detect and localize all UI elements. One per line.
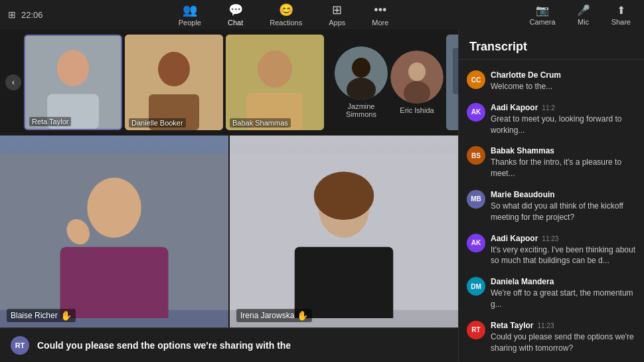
- nav-people[interactable]: 👥 People: [173, 0, 206, 29]
- daniela-avatar: DM: [467, 277, 485, 296]
- babak-video: [226, 35, 324, 130]
- irena-name-text: Irena Jarowska: [240, 311, 294, 320]
- blaise-label: Blaise Richer ✋: [7, 309, 76, 322]
- blaise-video-feed: [0, 145, 228, 318]
- svg-rect-25: [295, 246, 393, 317]
- danielle-video: [125, 35, 223, 130]
- nav-apps[interactable]: ⊞ Apps: [323, 0, 351, 29]
- reta-msg-name: Reta Taylor: [491, 321, 533, 330]
- jazmine-name: Jazmine Simmons: [335, 102, 388, 118]
- aadi1-time: 11:2: [542, 104, 554, 112]
- bottom-bar: RT Could you please send the options we'…: [0, 327, 458, 362]
- aadi2-time: 11:23: [542, 235, 558, 242]
- blaise-hand-icon: ✋: [60, 310, 72, 321]
- nav-chat[interactable]: 💬 Chat: [222, 0, 248, 29]
- mic-label: Mic: [578, 18, 589, 26]
- marie-avatar: MB: [467, 190, 485, 209]
- aadi1-text: Great to meet you, looking forward to wo…: [491, 114, 636, 136]
- reta-video: [25, 35, 121, 130]
- svg-point-19: [87, 177, 141, 238]
- nav-more[interactable]: ••• More: [366, 1, 394, 29]
- charlotte-avatar: CC: [467, 70, 485, 89]
- reta-content: Reta Taylor 11:23 Could you please send …: [491, 321, 636, 354]
- svg-point-7: [258, 50, 292, 88]
- share-label: Share: [611, 18, 631, 26]
- transcript-msg-babak: BS Babak Shammas Thanks for the intro, i…: [459, 141, 644, 185]
- participant-babak[interactable]: Babak Shammas: [226, 35, 324, 130]
- top-bar: ⊞ 22:06 👥 People 💬 Chat 😊 Reactions ⊞ Ap…: [0, 0, 644, 29]
- top-bar-actions: 📷 Camera 🎤 Mic ⬆ Share: [524, 1, 636, 29]
- aadi2-header: Aadi Kapoor 11:23: [491, 234, 636, 243]
- jazmine-video: [335, 46, 388, 100]
- camera-icon: 📷: [536, 4, 549, 17]
- marie-content: Marie Beaudouin So what did you all thin…: [491, 190, 636, 223]
- aadi1-content: Aadi Kapoor 11:2 Great to meet you, look…: [491, 103, 636, 136]
- svg-point-1: [57, 50, 90, 86]
- video-blaise[interactable]: Blaise Richer ✋: [0, 136, 228, 327]
- participant-panel[interactable]: [446, 35, 458, 130]
- daniela-content: Daniela Mandera We're off to a great sta…: [491, 277, 636, 310]
- more-icon: •••: [374, 3, 386, 17]
- participant-eric[interactable]: [390, 50, 443, 104]
- transcript-msg-marie: MB Marie Beaudouin So what did you all t…: [459, 185, 644, 228]
- irena-hand-icon: ✋: [297, 310, 308, 321]
- nav-apps-label: Apps: [329, 19, 345, 27]
- charlotte-content: Charlotte De Crum Welcome to the...: [491, 70, 636, 92]
- nav-people-label: People: [179, 19, 201, 27]
- panel-video: [446, 35, 458, 130]
- charlotte-header: Charlotte De Crum: [491, 70, 636, 80]
- prev-participants-button[interactable]: ‹: [5, 74, 21, 90]
- babak-msg-name: Babak Shammas: [491, 146, 554, 155]
- share-button[interactable]: ⬆ Share: [606, 1, 636, 29]
- top-bar-left: ⊞ 22:06: [8, 9, 43, 20]
- people-icon: 👥: [183, 3, 197, 17]
- eric-name: Eric Ishida: [400, 106, 434, 114]
- transcript-panel: Transcript CC Charlotte De Crum Welcome …: [458, 29, 644, 362]
- video-area: ‹ Reta Taylor: [0, 29, 458, 362]
- babak-name: Babak Shammas: [230, 118, 291, 128]
- marie-text: So what did you all think of the kickoff…: [491, 201, 636, 223]
- charlotte-name: Charlotte De Crum: [491, 70, 561, 80]
- svg-rect-20: [60, 246, 169, 317]
- participant-jazmine-container[interactable]: Jazmine Simmons: [335, 46, 388, 118]
- daniela-name: Daniela Mandera: [491, 277, 554, 286]
- video-irena[interactable]: Irena Jarowska ✋: [230, 136, 458, 327]
- aadi1-avatar: AK: [467, 103, 485, 122]
- transcript-messages: CC Charlotte De Crum Welcome to the... A…: [459, 60, 644, 362]
- participant-reta[interactable]: Reta Taylor: [24, 35, 122, 130]
- nav-reactions[interactable]: 😊 Reactions: [264, 0, 307, 29]
- reactions-icon: 😊: [279, 3, 293, 17]
- blaise-name-text: Blaise Richer: [11, 311, 58, 320]
- participant-jazmine[interactable]: [335, 46, 388, 100]
- svg-point-24: [314, 171, 374, 219]
- apps-icon: ⊞: [332, 3, 342, 17]
- reta-time: 11:23: [537, 322, 554, 329]
- aadi2-avatar: AK: [467, 234, 485, 252]
- participant-danielle[interactable]: Danielle Booker: [125, 35, 223, 130]
- nav-more-label: More: [372, 19, 388, 27]
- transcript-msg-charlotte: CC Charlotte De Crum Welcome to the...: [459, 65, 644, 98]
- babak-header: Babak Shammas: [491, 146, 636, 155]
- svg-point-4: [158, 52, 190, 86]
- top-nav: 👥 People 💬 Chat 😊 Reactions ⊞ Apps ••• M…: [173, 0, 394, 29]
- mic-button[interactable]: 🎤 Mic: [572, 1, 596, 29]
- eric-video: [390, 50, 443, 104]
- nav-chat-label: Chat: [228, 19, 243, 27]
- participant-eric-container[interactable]: Eric Ishida: [390, 50, 443, 114]
- reta-msg-avatar: RT: [467, 321, 485, 339]
- marie-name: Marie Beaudouin: [491, 190, 555, 199]
- main-video-grid: Blaise Richer ✋ Irena: [0, 136, 458, 327]
- reta-msg-text: Could you please send the options we're …: [491, 331, 636, 354]
- charlotte-text: Welcome to the...: [491, 81, 636, 92]
- daniela-text: We're off to a great start, the momentum…: [491, 288, 636, 310]
- svg-point-13: [408, 62, 426, 81]
- main-content: ‹ Reta Taylor: [0, 29, 644, 362]
- chat-icon: 💬: [228, 3, 243, 17]
- babak-text: Thanks for the intro, it's a pleasure to…: [491, 157, 636, 179]
- aadi1-name: Aadi Kapoor: [491, 103, 538, 112]
- reta-header: Reta Taylor 11:23: [491, 321, 636, 330]
- irena-video-feed: [230, 145, 458, 318]
- camera-button[interactable]: 📷 Camera: [524, 1, 561, 29]
- daniela-header: Daniela Mandera: [491, 277, 636, 286]
- nav-reactions-label: Reactions: [270, 19, 302, 27]
